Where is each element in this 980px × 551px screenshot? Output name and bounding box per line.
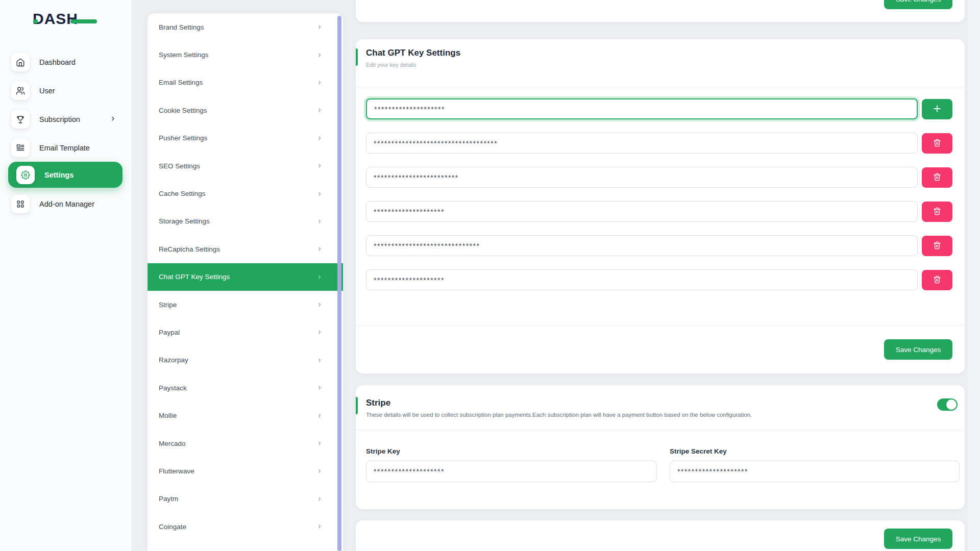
settings-nav-label: Cookie Settings bbox=[159, 107, 207, 114]
delete-key-button[interactable] bbox=[922, 202, 952, 222]
sidebar-item-addon-manager[interactable]: Add-on Manager bbox=[0, 191, 132, 217]
settings-nav-scrollbar[interactable] bbox=[337, 16, 341, 551]
settings-nav-item-cache[interactable]: Cache Settings bbox=[148, 180, 343, 207]
settings-nav-label: Stripe bbox=[159, 301, 177, 309]
save-button[interactable]: Save Changes bbox=[884, 339, 952, 360]
layout-icon bbox=[11, 139, 30, 157]
delete-key-button[interactable] bbox=[922, 167, 952, 188]
settings-nav-panel: Brand Settings System Settings Email Set… bbox=[148, 13, 343, 551]
settings-nav-item-system[interactable]: System Settings bbox=[148, 41, 343, 68]
api-key-row bbox=[366, 98, 952, 119]
sidebar-item-label: Subscription bbox=[39, 115, 80, 123]
settings-nav-item-razorpay[interactable]: Razorpay bbox=[148, 346, 343, 374]
trash-icon bbox=[933, 139, 941, 148]
chevron-right-icon bbox=[316, 191, 323, 197]
stripe-enabled-toggle[interactable] bbox=[937, 398, 958, 411]
settings-nav-item-mollie[interactable]: Mollie bbox=[148, 402, 343, 429]
delete-key-button[interactable] bbox=[922, 236, 952, 256]
settings-nav-label: Cache Settings bbox=[159, 190, 206, 197]
api-key-input[interactable] bbox=[366, 167, 918, 188]
settings-nav-item-email[interactable]: Email Settings bbox=[148, 69, 343, 96]
chevron-right-icon bbox=[316, 496, 323, 502]
settings-nav-item-skrill[interactable]: Skrill bbox=[148, 540, 343, 551]
settings-nav-item-coingate[interactable]: Coingate bbox=[148, 513, 343, 540]
sidebar-item-dashboard[interactable]: Dashboard bbox=[0, 49, 132, 76]
settings-nav-item-paypal[interactable]: Paypal bbox=[148, 318, 343, 346]
chevron-right-icon bbox=[316, 385, 323, 391]
sidebar-item-user[interactable]: User bbox=[0, 78, 132, 104]
grid-icon bbox=[11, 195, 30, 213]
stripe-key-input[interactable] bbox=[366, 461, 657, 482]
delete-key-button[interactable] bbox=[922, 133, 952, 154]
plus-icon bbox=[932, 104, 942, 115]
settings-nav-item-cookie[interactable]: Cookie Settings bbox=[148, 96, 343, 124]
settings-nav-item-mercado[interactable]: Mercado bbox=[148, 430, 343, 457]
chevron-right-icon bbox=[316, 107, 323, 113]
stripe-secret-key-input[interactable] bbox=[670, 461, 960, 482]
settings-nav-label: Razorpay bbox=[159, 356, 188, 364]
settings-nav-label: Storage Settings bbox=[159, 217, 210, 225]
settings-nav-item-flutterwave[interactable]: Flutterwave bbox=[148, 457, 343, 485]
settings-nav-label: SEO Settings bbox=[159, 162, 200, 170]
chevron-right-icon bbox=[316, 246, 323, 252]
settings-nav-item-chatgpt[interactable]: Chat GPT Key Settings bbox=[148, 263, 343, 291]
chevron-right-icon bbox=[110, 115, 116, 124]
settings-nav-item-storage[interactable]: Storage Settings bbox=[148, 208, 343, 235]
api-key-input[interactable] bbox=[366, 269, 918, 290]
sidebar-item-label: Settings bbox=[44, 171, 74, 179]
sidebar-item-email-template[interactable]: Email Template bbox=[0, 135, 132, 161]
settings-nav-list: Brand Settings System Settings Email Set… bbox=[148, 13, 343, 551]
settings-nav-item-stripe[interactable]: Stripe bbox=[148, 291, 343, 318]
settings-nav-item-brand[interactable]: Brand Settings bbox=[148, 13, 343, 41]
add-key-button[interactable] bbox=[922, 99, 952, 119]
chevron-right-icon bbox=[316, 357, 323, 363]
page-scrollbar[interactable] bbox=[968, 0, 980, 551]
brand-logo-bar bbox=[70, 19, 97, 23]
chevron-right-icon bbox=[316, 329, 323, 335]
api-key-input[interactable] bbox=[366, 133, 918, 154]
sidebar-item-subscription[interactable]: Subscription bbox=[0, 106, 132, 133]
chevron-right-icon bbox=[316, 24, 323, 30]
trash-icon bbox=[933, 241, 941, 251]
card-title: Stripe bbox=[366, 398, 390, 408]
trash-icon bbox=[933, 173, 941, 183]
divider bbox=[356, 430, 965, 430]
settings-nav-label: Mercado bbox=[159, 440, 186, 447]
save-button[interactable]: Save Changes bbox=[884, 529, 952, 549]
brand-logo[interactable]: DASH bbox=[33, 10, 99, 33]
api-key-input[interactable] bbox=[366, 235, 918, 256]
settings-nav-item-seo[interactable]: SEO Settings bbox=[148, 152, 343, 180]
api-key-row bbox=[366, 269, 952, 290]
sidebar-item-label: Add-on Manager bbox=[39, 200, 94, 208]
chevron-right-icon bbox=[316, 413, 323, 419]
settings-nav-item-recaptcha[interactable]: ReCaptcha Settings bbox=[148, 235, 343, 263]
chevron-right-icon bbox=[316, 302, 323, 308]
stripe-key-label: Stripe Key bbox=[366, 447, 400, 455]
settings-nav-label: Coingate bbox=[159, 523, 186, 531]
api-key-row bbox=[366, 201, 952, 222]
chevron-right-icon bbox=[316, 163, 323, 169]
divider bbox=[356, 87, 965, 87]
delete-key-button[interactable] bbox=[922, 270, 952, 290]
save-button[interactable]: Save Changes bbox=[884, 0, 952, 9]
settings-nav-item-pusher[interactable]: Pusher Settings bbox=[148, 124, 343, 152]
api-key-input[interactable] bbox=[366, 201, 918, 222]
api-key-input[interactable] bbox=[366, 98, 918, 119]
settings-nav-item-paytm[interactable]: Paytm bbox=[148, 485, 343, 513]
stripe-secret-key-label: Stripe Secret Key bbox=[670, 447, 727, 455]
api-key-row bbox=[366, 235, 952, 256]
users-icon bbox=[11, 82, 30, 100]
card-accent-bar bbox=[356, 397, 358, 414]
settings-nav-label: Paytm bbox=[159, 495, 178, 503]
sidebar-item-settings[interactable]: Settings bbox=[8, 162, 122, 188]
settings-nav-label: ReCaptcha Settings bbox=[159, 245, 220, 253]
settings-nav-label: Mollie bbox=[159, 412, 177, 419]
settings-nav-label: Pusher Settings bbox=[159, 134, 207, 142]
trash-icon bbox=[933, 276, 941, 285]
card-title: Chat GPT Key Settings bbox=[366, 48, 460, 58]
trophy-icon bbox=[11, 110, 30, 129]
settings-nav-label: Paystack bbox=[159, 384, 187, 392]
settings-nav-label: Email Settings bbox=[159, 79, 203, 86]
settings-nav-item-paystack[interactable]: Paystack bbox=[148, 374, 343, 402]
chevron-right-icon bbox=[316, 52, 323, 58]
